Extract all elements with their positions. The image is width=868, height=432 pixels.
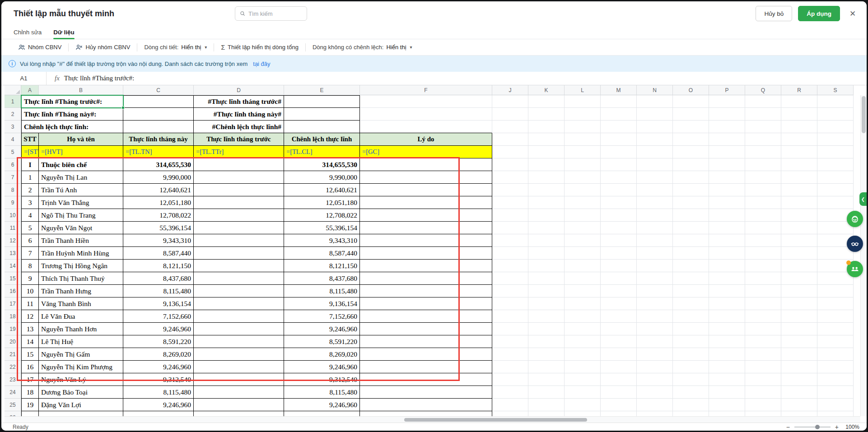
row-header-23[interactable]: 23 <box>5 373 21 386</box>
cell-C22[interactable]: 9,246,960 <box>123 361 194 373</box>
cell-D7[interactable] <box>194 171 284 184</box>
cell-B6[interactable]: Thuộc biên chế <box>39 158 123 171</box>
tab-chinh-sua[interactable]: Chỉnh sửa <box>14 26 42 39</box>
select-all-corner[interactable] <box>5 85 21 95</box>
vertical-scrollbar-thumb[interactable] <box>862 96 866 133</box>
cell-A5[interactable]: =[STT] <box>21 146 39 158</box>
cell-F25[interactable] <box>360 399 492 411</box>
tab-du-lieu[interactable]: Dữ liệu <box>53 26 75 39</box>
column-header-D[interactable]: D <box>194 85 284 95</box>
cell-D3[interactable]: #Chênh lệch thực lĩnh# <box>194 121 284 133</box>
cell-F5[interactable]: =[GC] <box>360 146 492 158</box>
empty-grid-area-f[interactable] <box>360 95 492 133</box>
cancel-button[interactable]: Hủy bỏ <box>756 6 792 21</box>
cell-C14[interactable]: 8,121,150 <box>123 260 194 272</box>
cell-E23[interactable]: 9,312,540 <box>284 373 360 386</box>
cell-C17[interactable]: 9,136,154 <box>123 297 194 310</box>
no-diff-row-dropdown[interactable]: Dòng không có chênh lệch: Hiển thị ▾ <box>313 44 412 51</box>
cell-E7[interactable]: 9,990,000 <box>284 171 360 184</box>
cell-D9[interactable] <box>194 196 284 209</box>
cell-F13[interactable] <box>360 247 492 260</box>
cell-E17[interactable]: 9,136,154 <box>284 297 360 310</box>
row-header-2[interactable]: 2 <box>5 108 21 121</box>
cell-E16[interactable]: 8,115,480 <box>284 285 360 297</box>
cell-E11[interactable]: 55,396,154 <box>284 222 360 234</box>
cell-B15[interactable]: Thích Thị Thanh Thuỷ <box>39 272 123 285</box>
cell-F23[interactable] <box>360 373 492 386</box>
cell-C12[interactable]: 9,343,310 <box>123 234 194 247</box>
cell-B21[interactable]: Nguyễn Thị Gấm <box>39 348 123 361</box>
cell-C18[interactable]: 7,152,660 <box>123 310 194 323</box>
column-header-P[interactable]: P <box>709 85 745 95</box>
cell-A18[interactable]: 12 <box>21 310 39 323</box>
cell-A10[interactable]: 4 <box>21 209 39 222</box>
cell-A2[interactable]: Thực lĩnh #Tháng này#: <box>21 108 123 121</box>
cell-A17[interactable]: 11 <box>21 297 39 310</box>
cell-F24[interactable] <box>360 386 492 399</box>
search-input[interactable] <box>248 10 302 17</box>
cell-B22[interactable]: Nguyễn Thị Kim Phượng <box>39 361 123 373</box>
cell-C16[interactable]: 8,115,480 <box>123 285 194 297</box>
vertical-scrollbar[interactable] <box>860 95 867 416</box>
column-header-L[interactable]: L <box>565 85 601 95</box>
cell-B11[interactable]: Nguyễn Văn Ngọt <box>39 222 123 234</box>
row-header-21[interactable]: 21 <box>5 348 21 361</box>
cell-F21[interactable] <box>360 348 492 361</box>
cell-C24[interactable]: 8,115,480 <box>123 386 194 399</box>
row-header-24[interactable]: 24 <box>5 386 21 399</box>
row-header-14[interactable]: 14 <box>5 260 21 272</box>
column-header-R[interactable]: R <box>781 85 817 95</box>
row-header-25[interactable]: 25 <box>5 399 21 411</box>
cell-B8[interactable]: Trần Tú Anh <box>39 184 123 196</box>
cell-F17[interactable] <box>360 297 492 310</box>
cell-B17[interactable]: Văng Thanh Bình <box>39 297 123 310</box>
cell-F7[interactable] <box>360 171 492 184</box>
cell-B20[interactable]: Lê Thị Huệ <box>39 335 123 348</box>
column-header-B[interactable]: B <box>39 85 123 95</box>
community-button[interactable] <box>847 261 863 277</box>
cell-E2[interactable] <box>284 108 360 121</box>
cell-D6[interactable] <box>194 158 284 171</box>
cell-C7[interactable]: 9,990,000 <box>123 171 194 184</box>
cell-B5[interactable]: =[HVT] <box>39 146 123 158</box>
cell-E13[interactable]: 8,587,440 <box>284 247 360 260</box>
cell-C23[interactable]: 9,312,540 <box>123 373 194 386</box>
cell-A25[interactable]: 19 <box>21 399 39 411</box>
detail-row-dropdown[interactable]: Dòng chi tiết: Hiển thị ▾ <box>144 44 207 51</box>
cell-E21[interactable]: 8,269,020 <box>284 348 360 361</box>
cell-F20[interactable] <box>360 335 492 348</box>
cell-A7[interactable]: 1 <box>21 171 39 184</box>
cell-B24[interactable]: Dương Bảo Toại <box>39 386 123 399</box>
search-box[interactable] <box>235 6 307 21</box>
zoom-out-button[interactable]: − <box>786 424 790 430</box>
cell-D23[interactable] <box>194 373 284 386</box>
row-header-20[interactable]: 20 <box>5 335 21 348</box>
cell-E22[interactable]: 9,246,960 <box>284 361 360 373</box>
cell-D1[interactable]: #Thực lĩnh tháng trước# <box>194 95 284 108</box>
cell-A15[interactable]: 9 <box>21 272 39 285</box>
zoom-slider-handle[interactable] <box>815 425 820 429</box>
cell-C2[interactable] <box>123 108 194 121</box>
row-header-10[interactable]: 10 <box>5 209 21 222</box>
cell-A1[interactable]: Thực lĩnh #Tháng trước#: <box>21 95 123 108</box>
cell-D4[interactable]: Thực lĩnh tháng trước <box>194 133 284 146</box>
column-header-F[interactable]: F <box>360 85 492 95</box>
ungroup-employees-button[interactable]: Hủy nhóm CBNV <box>75 44 130 51</box>
row-header-11[interactable]: 11 <box>5 222 21 234</box>
row-header-9[interactable]: 9 <box>5 196 21 209</box>
cell-A22[interactable]: 16 <box>21 361 39 373</box>
column-header-J[interactable]: J <box>492 85 528 95</box>
column-header-E[interactable]: E <box>284 85 360 95</box>
cell-C9[interactable]: 12,051,180 <box>123 196 194 209</box>
cell-A24[interactable]: 18 <box>21 386 39 399</box>
cell-B12[interactable]: Trần Thanh Hiền <box>39 234 123 247</box>
cell-E5[interactable]: =[TL.CL] <box>284 146 360 158</box>
cell-A8[interactable]: 2 <box>21 184 39 196</box>
cell-E20[interactable]: 8,591,220 <box>284 335 360 348</box>
row-header-5[interactable]: 5 <box>5 146 21 158</box>
cell-B19[interactable]: Nguyễn Thanh Hơn <box>39 323 123 335</box>
column-header-N[interactable]: N <box>637 85 673 95</box>
cell-A3[interactable]: Chênh lệch thực lĩnh: <box>21 121 123 133</box>
cell-C13[interactable]: 8,587,440 <box>123 247 194 260</box>
cell-C11[interactable]: 55,396,154 <box>123 222 194 234</box>
